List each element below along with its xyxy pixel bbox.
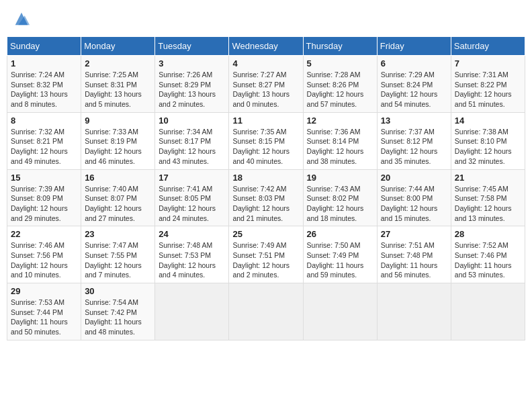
calendar-day-cell: 16Sunrise: 7:40 AMSunset: 8:07 PMDayligh… <box>81 169 155 226</box>
day-number: 6 <box>381 58 447 68</box>
day-info: Sunrise: 7:45 AMSunset: 7:58 PMDaylight:… <box>455 184 521 224</box>
day-info: Sunrise: 7:48 AMSunset: 7:53 PMDaylight:… <box>159 240 225 280</box>
day-number: 13 <box>381 116 447 126</box>
day-number: 7 <box>455 58 521 68</box>
day-number: 28 <box>455 229 521 239</box>
calendar-day-cell: 2Sunrise: 7:25 AMSunset: 8:31 PMDaylight… <box>81 56 155 113</box>
day-number: 24 <box>159 229 225 239</box>
day-info: Sunrise: 7:47 AMSunset: 7:55 PMDaylight:… <box>85 240 151 280</box>
calendar-day-cell: 21Sunrise: 7:45 AMSunset: 7:58 PMDayligh… <box>451 169 525 226</box>
column-header-saturday: Saturday <box>451 37 525 56</box>
day-number: 27 <box>381 229 447 239</box>
calendar-week-row: 29Sunrise: 7:53 AMSunset: 7:44 PMDayligh… <box>7 283 525 340</box>
calendar-day-cell: 10Sunrise: 7:34 AMSunset: 8:17 PMDayligh… <box>155 112 229 169</box>
calendar-header-row: SundayMondayTuesdayWednesdayThursdayFrid… <box>7 37 525 56</box>
day-info: Sunrise: 7:31 AMSunset: 8:22 PMDaylight:… <box>455 70 521 109</box>
day-number: 2 <box>85 58 151 68</box>
day-info: Sunrise: 7:44 AMSunset: 8:00 PMDaylight:… <box>381 184 447 224</box>
header <box>7 7 525 31</box>
day-info: Sunrise: 7:41 AMSunset: 8:05 PMDaylight:… <box>159 184 225 224</box>
day-info: Sunrise: 7:29 AMSunset: 8:24 PMDaylight:… <box>381 70 447 109</box>
calendar-day-cell: 26Sunrise: 7:50 AMSunset: 7:49 PMDayligh… <box>303 226 377 283</box>
day-number: 22 <box>11 229 77 239</box>
calendar-week-row: 1Sunrise: 7:24 AMSunset: 8:32 PMDaylight… <box>7 56 525 113</box>
calendar-day-cell: 30Sunrise: 7:54 AMSunset: 7:42 PMDayligh… <box>81 283 155 340</box>
day-number: 11 <box>232 116 299 126</box>
calendar-day-cell <box>303 283 377 340</box>
calendar-day-cell: 8Sunrise: 7:32 AMSunset: 8:21 PMDaylight… <box>7 112 81 169</box>
calendar-day-cell: 6Sunrise: 7:29 AMSunset: 8:24 PMDaylight… <box>377 56 451 113</box>
calendar-day-cell: 1Sunrise: 7:24 AMSunset: 8:32 PMDaylight… <box>7 56 81 113</box>
column-header-sunday: Sunday <box>7 37 81 56</box>
calendar-day-cell <box>155 283 229 340</box>
calendar-day-cell: 9Sunrise: 7:33 AMSunset: 8:19 PMDaylight… <box>81 112 155 169</box>
calendar-day-cell: 27Sunrise: 7:51 AMSunset: 7:48 PMDayligh… <box>377 226 451 283</box>
day-number: 30 <box>85 286 151 296</box>
day-info: Sunrise: 7:39 AMSunset: 8:09 PMDaylight:… <box>11 184 77 224</box>
column-header-monday: Monday <box>81 37 155 56</box>
day-info: Sunrise: 7:28 AMSunset: 8:26 PMDaylight:… <box>307 70 373 109</box>
calendar-day-cell: 24Sunrise: 7:48 AMSunset: 7:53 PMDayligh… <box>155 226 229 283</box>
calendar-day-cell: 13Sunrise: 7:37 AMSunset: 8:12 PMDayligh… <box>377 112 451 169</box>
day-info: Sunrise: 7:46 AMSunset: 7:56 PMDaylight:… <box>11 240 77 280</box>
day-info: Sunrise: 7:25 AMSunset: 8:31 PMDaylight:… <box>85 70 151 109</box>
day-number: 4 <box>232 58 299 68</box>
day-info: Sunrise: 7:36 AMSunset: 8:14 PMDaylight:… <box>307 127 373 167</box>
logo <box>11 9 31 28</box>
calendar-day-cell: 11Sunrise: 7:35 AMSunset: 8:15 PMDayligh… <box>229 112 303 169</box>
day-info: Sunrise: 7:32 AMSunset: 8:21 PMDaylight:… <box>11 127 77 167</box>
calendar-day-cell <box>377 283 451 340</box>
calendar-day-cell: 4Sunrise: 7:27 AMSunset: 8:27 PMDaylight… <box>229 56 303 113</box>
column-header-thursday: Thursday <box>303 37 377 56</box>
calendar-table: SundayMondayTuesdayWednesdayThursdayFrid… <box>7 36 525 340</box>
day-number: 14 <box>455 116 521 126</box>
day-info: Sunrise: 7:38 AMSunset: 8:10 PMDaylight:… <box>455 127 521 167</box>
calendar-day-cell: 3Sunrise: 7:26 AMSunset: 8:29 PMDaylight… <box>155 56 229 113</box>
calendar-day-cell: 17Sunrise: 7:41 AMSunset: 8:05 PMDayligh… <box>155 169 229 226</box>
day-info: Sunrise: 7:51 AMSunset: 7:48 PMDaylight:… <box>381 240 447 280</box>
day-number: 15 <box>11 173 77 183</box>
day-number: 29 <box>11 286 77 296</box>
calendar-day-cell: 14Sunrise: 7:38 AMSunset: 8:10 PMDayligh… <box>451 112 525 169</box>
day-number: 8 <box>11 116 77 126</box>
calendar-day-cell: 7Sunrise: 7:31 AMSunset: 8:22 PMDaylight… <box>451 56 525 113</box>
day-number: 26 <box>307 229 373 239</box>
column-header-friday: Friday <box>377 37 451 56</box>
day-info: Sunrise: 7:49 AMSunset: 7:51 PMDaylight:… <box>232 240 299 280</box>
calendar-day-cell <box>229 283 303 340</box>
day-number: 10 <box>159 116 225 126</box>
day-info: Sunrise: 7:33 AMSunset: 8:19 PMDaylight:… <box>85 127 151 167</box>
calendar-week-row: 8Sunrise: 7:32 AMSunset: 8:21 PMDaylight… <box>7 112 525 169</box>
logo-icon <box>12 9 31 28</box>
day-info: Sunrise: 7:42 AMSunset: 8:03 PMDaylight:… <box>232 184 299 224</box>
day-info: Sunrise: 7:26 AMSunset: 8:29 PMDaylight:… <box>159 70 225 109</box>
calendar-day-cell: 23Sunrise: 7:47 AMSunset: 7:55 PMDayligh… <box>81 226 155 283</box>
day-info: Sunrise: 7:27 AMSunset: 8:27 PMDaylight:… <box>232 70 299 109</box>
calendar-day-cell: 19Sunrise: 7:43 AMSunset: 8:02 PMDayligh… <box>303 169 377 226</box>
calendar-day-cell: 29Sunrise: 7:53 AMSunset: 7:44 PMDayligh… <box>7 283 81 340</box>
calendar-week-row: 22Sunrise: 7:46 AMSunset: 7:56 PMDayligh… <box>7 226 525 283</box>
day-number: 20 <box>381 173 447 183</box>
day-info: Sunrise: 7:53 AMSunset: 7:44 PMDaylight:… <box>11 298 77 337</box>
day-info: Sunrise: 7:43 AMSunset: 8:02 PMDaylight:… <box>307 184 373 224</box>
calendar-day-cell: 5Sunrise: 7:28 AMSunset: 8:26 PMDaylight… <box>303 56 377 113</box>
calendar-day-cell: 12Sunrise: 7:36 AMSunset: 8:14 PMDayligh… <box>303 112 377 169</box>
calendar-day-cell: 25Sunrise: 7:49 AMSunset: 7:51 PMDayligh… <box>229 226 303 283</box>
day-number: 16 <box>85 173 151 183</box>
calendar-day-cell: 28Sunrise: 7:52 AMSunset: 7:46 PMDayligh… <box>451 226 525 283</box>
column-header-tuesday: Tuesday <box>155 37 229 56</box>
day-number: 25 <box>232 229 299 239</box>
column-header-wednesday: Wednesday <box>229 37 303 56</box>
day-number: 23 <box>85 229 151 239</box>
day-info: Sunrise: 7:35 AMSunset: 8:15 PMDaylight:… <box>232 127 299 167</box>
day-info: Sunrise: 7:40 AMSunset: 8:07 PMDaylight:… <box>85 184 151 224</box>
day-number: 9 <box>85 116 151 126</box>
day-number: 5 <box>307 58 373 68</box>
day-info: Sunrise: 7:24 AMSunset: 8:32 PMDaylight:… <box>11 70 77 109</box>
calendar-day-cell: 18Sunrise: 7:42 AMSunset: 8:03 PMDayligh… <box>229 169 303 226</box>
day-info: Sunrise: 7:37 AMSunset: 8:12 PMDaylight:… <box>381 127 447 167</box>
day-number: 19 <box>307 173 373 183</box>
day-info: Sunrise: 7:50 AMSunset: 7:49 PMDaylight:… <box>307 240 373 280</box>
calendar-day-cell: 20Sunrise: 7:44 AMSunset: 8:00 PMDayligh… <box>377 169 451 226</box>
day-number: 17 <box>159 173 225 183</box>
